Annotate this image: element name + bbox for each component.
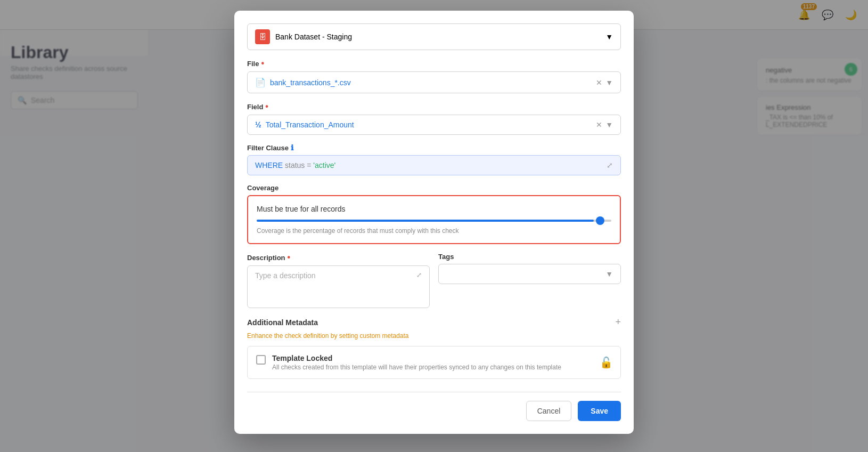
database-icon: 🗄: [255, 29, 270, 44]
coverage-slider-track: [257, 220, 611, 222]
expand-icon[interactable]: ⤢: [607, 161, 613, 170]
info-icon: ℹ: [291, 143, 293, 152]
chevron-down-icon[interactable]: ▼: [605, 120, 613, 129]
coverage-row: Coverage Must be true for all records Co…: [247, 184, 621, 244]
file-input-inner: 📄 bank_transactions_*.csv: [255, 77, 351, 87]
coverage-label: Coverage: [247, 184, 621, 192]
additional-meta-sub: Enhance the check definition by setting …: [247, 332, 621, 340]
tags-col: Tags ▼: [438, 253, 621, 308]
file-input[interactable]: 📄 bank_transactions_*.csv ✕ ▼: [247, 71, 621, 93]
cancel-button[interactable]: Cancel: [526, 401, 572, 421]
file-label: File •: [247, 59, 621, 68]
field-input[interactable]: ½ Total_Transaction_Amount ✕ ▼: [247, 115, 621, 135]
description-input[interactable]: Type a description ⤢: [247, 265, 430, 308]
save-button[interactable]: Save: [578, 401, 621, 421]
chevron-down-icon[interactable]: ▼: [605, 78, 613, 87]
clear-icon[interactable]: ✕: [596, 120, 602, 129]
template-locked-box: Template Locked All checks created from …: [247, 346, 621, 379]
filter-row: Filter Clause ℹ WHERE status = 'active' …: [247, 143, 621, 175]
dataset-label: Bank Dataset - Staging: [275, 33, 352, 41]
clear-icon[interactable]: ✕: [596, 78, 602, 87]
description-label: Description •: [247, 253, 430, 262]
desc-tags-row: Description • Type a description ⤢ Tags …: [247, 253, 621, 308]
field-value: Total_Transaction_Amount: [266, 120, 354, 129]
file-actions: ✕ ▼: [596, 78, 613, 87]
template-locked-checkbox[interactable]: [256, 355, 266, 365]
coverage-slider-thumb[interactable]: [596, 216, 604, 225]
tags-chevron-icon: ▼: [605, 270, 613, 278]
add-metadata-button[interactable]: +: [615, 317, 621, 328]
required-dot: •: [261, 59, 264, 68]
lock-open-icon: 🔓: [600, 356, 613, 369]
file-icon: 📄: [255, 77, 266, 87]
additional-meta-title: Additional Metadata: [247, 318, 318, 327]
additional-meta-header: Additional Metadata +: [247, 317, 621, 328]
required-dot: •: [265, 102, 268, 111]
template-locked-desc: All checks created from this template wi…: [272, 364, 561, 371]
type-icon: ½: [255, 120, 261, 129]
file-row: File • 📄 bank_transactions_*.csv ✕ ▼: [247, 59, 621, 93]
description-placeholder: Type a description: [255, 271, 316, 280]
dataset-select-inner: 🗄 Bank Dataset - Staging: [255, 29, 352, 44]
filter-label: Filter Clause ℹ: [247, 143, 621, 152]
modal-dialog: 🗄 Bank Dataset - Staging ▼ File • 📄 bank…: [234, 11, 634, 434]
modal-overlay: 🗄 Bank Dataset - Staging ▼ File • 📄 bank…: [0, 0, 868, 452]
field-label: Field •: [247, 102, 621, 111]
description-col: Description • Type a description ⤢: [247, 253, 430, 308]
chevron-down-icon: ▼: [605, 33, 613, 41]
coverage-hint: Coverage is the percentage of records th…: [257, 227, 611, 235]
modal-footer: Cancel Save: [247, 392, 621, 421]
coverage-box: Must be true for all records Coverage is…: [247, 195, 621, 244]
template-locked-title: Template Locked: [272, 354, 561, 362]
coverage-text: Must be true for all records: [257, 205, 611, 213]
field-input-inner: ½ Total_Transaction_Amount: [255, 120, 354, 129]
required-dot: •: [288, 253, 291, 262]
additional-metadata-row: Additional Metadata + Enhance the check …: [247, 317, 621, 379]
filter-text: WHERE status = 'active': [255, 161, 335, 170]
dataset-select[interactable]: 🗄 Bank Dataset - Staging ▼: [247, 23, 621, 50]
dataset-row: 🗄 Bank Dataset - Staging ▼: [247, 23, 621, 50]
filter-clause-input[interactable]: WHERE status = 'active' ⤢: [247, 155, 621, 175]
tags-input[interactable]: ▼: [438, 264, 621, 284]
template-locked-content: Template Locked All checks created from …: [272, 354, 561, 371]
field-row: Field • ½ Total_Transaction_Amount ✕ ▼: [247, 102, 621, 135]
expand-icon[interactable]: ⤢: [416, 271, 422, 279]
file-value: bank_transactions_*.csv: [270, 78, 351, 87]
tags-label: Tags: [438, 253, 621, 261]
coverage-slider-fill: [257, 220, 594, 222]
field-actions: ✕ ▼: [596, 120, 613, 129]
